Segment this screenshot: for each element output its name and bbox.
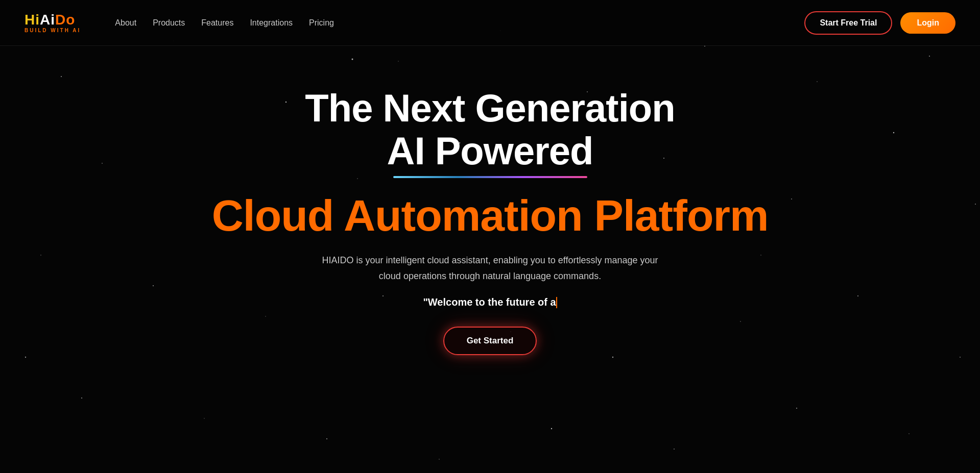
- nav-item-features[interactable]: Features: [201, 18, 233, 28]
- navbar: Hi Ai Do 🖐️ BUILD WITH AI About Products…: [0, 0, 980, 46]
- get-started-button[interactable]: Get Started: [443, 327, 537, 355]
- nav-link-integrations[interactable]: Integrations: [250, 18, 293, 27]
- logo-top: Hi Ai Do 🖐️: [25, 13, 90, 27]
- typing-cursor: [556, 297, 557, 308]
- logo-subtitle: BUILD WITH AI: [25, 28, 81, 33]
- svg-text:🖐️: 🖐️: [76, 14, 90, 27]
- logo-ai: Ai: [40, 13, 55, 27]
- svg-point-28: [326, 438, 327, 439]
- hero-title-orange: Cloud Automation Platform: [212, 192, 769, 238]
- hero-underline-decoration: [393, 176, 587, 178]
- hero-title-line1: The Next Generation AI Powered: [305, 87, 675, 172]
- nav-links: About Products Features Integrations Pri…: [115, 18, 334, 28]
- svg-point-27: [204, 418, 204, 418]
- svg-point-33: [909, 433, 910, 434]
- nav-right: Start Free Trial Login: [804, 11, 955, 35]
- nav-link-features[interactable]: Features: [201, 18, 233, 27]
- svg-point-29: [439, 459, 440, 460]
- logo: Hi Ai Do 🖐️ BUILD WITH AI: [25, 13, 90, 33]
- nav-item-integrations[interactable]: Integrations: [250, 18, 293, 28]
- nav-link-about[interactable]: About: [115, 18, 136, 27]
- start-free-trial-button[interactable]: Start Free Trial: [804, 11, 892, 35]
- nav-link-pricing[interactable]: Pricing: [309, 18, 334, 27]
- nav-item-products[interactable]: Products: [153, 18, 185, 28]
- hero-description: HIAIDO is your intelligent cloud assista…: [322, 253, 659, 284]
- hero-section: The Next Generation AI Powered Cloud Aut…: [0, 46, 980, 386]
- login-button[interactable]: Login: [900, 12, 955, 34]
- nav-link-products[interactable]: Products: [153, 18, 185, 27]
- svg-point-32: [796, 408, 797, 409]
- nav-item-about[interactable]: About: [115, 18, 136, 28]
- nav-item-pricing[interactable]: Pricing: [309, 18, 334, 28]
- hero-quote: "Welcome to the future of a: [423, 296, 557, 309]
- logo-hand-icon: 🖐️: [76, 13, 90, 27]
- svg-point-30: [551, 428, 552, 429]
- logo-do: Do: [55, 13, 75, 27]
- nav-left: Hi Ai Do 🖐️ BUILD WITH AI About Products…: [25, 13, 334, 33]
- svg-point-31: [674, 449, 675, 450]
- svg-point-26: [81, 397, 82, 399]
- logo-hi: Hi: [25, 13, 40, 27]
